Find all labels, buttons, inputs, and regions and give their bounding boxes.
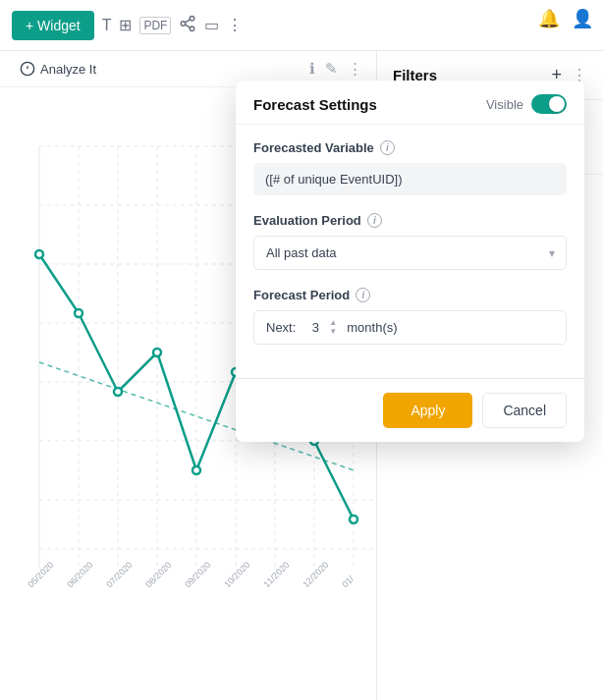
evaluation-period-label: Evaluation Period [253, 213, 361, 228]
modal-body: Forecasted Variable i ([# of unique Even… [236, 125, 584, 378]
evaluation-period-select-wrapper: All past data Last 6 months Last 1 year … [253, 236, 567, 270]
evaluation-period-section: Evaluation Period i All past data Last 6… [253, 213, 567, 270]
user-icon[interactable]: 👤 [572, 8, 593, 29]
forecasted-variable-info-icon[interactable]: i [380, 140, 395, 155]
svg-text:12/2020: 12/2020 [301, 560, 330, 589]
share-icon[interactable] [179, 15, 196, 36]
text-icon[interactable]: T [102, 17, 112, 34]
svg-point-30 [192, 466, 200, 474]
svg-text:07/2020: 07/2020 [104, 560, 134, 589]
svg-text:01/: 01/ [340, 573, 356, 589]
forecast-value: 3 [305, 320, 325, 335]
svg-point-28 [114, 388, 122, 396]
more-icon[interactable]: ⋮ [348, 60, 362, 78]
forecast-period-row: Next: 3 ▲ ▼ month(s) [253, 310, 567, 345]
svg-line-4 [186, 19, 191, 22]
svg-text:11/2020: 11/2020 [261, 560, 291, 589]
forecasted-variable-section: Forecasted Variable i ([# of unique Even… [253, 140, 567, 195]
chart-topbar-icons: ℹ ✎ ⋮ [309, 60, 362, 78]
evaluation-period-select[interactable]: All past data Last 6 months Last 1 year [253, 236, 567, 270]
svg-text:05/2020: 05/2020 [26, 560, 55, 589]
info-icon[interactable]: ℹ [309, 60, 315, 78]
forecast-period-info-icon[interactable]: i [356, 288, 370, 302]
edit-icon[interactable]: ✎ [325, 60, 338, 78]
visible-toggle[interactable] [531, 94, 567, 114]
bell-icon[interactable]: 🔔 [538, 8, 560, 29]
forecasted-variable-value: ([# of unique EventUID]) [253, 163, 567, 195]
analyze-button[interactable]: Analyze It [14, 59, 102, 79]
modal-header: Forecast Settings Visible [236, 81, 584, 125]
grid-icon[interactable]: ⊞ [119, 16, 132, 34]
stepper-arrows: ▲ ▼ [329, 319, 337, 336]
modal-visible-row: Visible [486, 94, 567, 114]
apply-button[interactable]: Apply [383, 393, 472, 428]
add-widget-button[interactable]: + Widget [12, 11, 94, 40]
svg-text:08/2020: 08/2020 [143, 560, 173, 589]
forecast-modal: Forecast Settings Visible Forecasted Var… [236, 81, 584, 442]
analyze-label: Analyze It [40, 62, 96, 77]
visible-label: Visible [486, 97, 523, 112]
stepper-down-arrow[interactable]: ▼ [329, 328, 337, 336]
forecast-period-label-row: Forecast Period i [253, 288, 567, 302]
screen-icon[interactable]: ▭ [204, 16, 219, 34]
svg-point-29 [153, 349, 161, 356]
forecasted-variable-label: Forecasted Variable [253, 140, 374, 155]
stepper-up-arrow[interactable]: ▲ [329, 319, 337, 327]
pdf-icon[interactable]: PDF [139, 17, 171, 34]
svg-point-26 [35, 250, 43, 258]
svg-text:06/2020: 06/2020 [65, 560, 94, 589]
toggle-knob [549, 96, 565, 112]
forecasted-variable-label-row: Forecasted Variable i [253, 140, 567, 155]
forecast-period-section: Forecast Period i Next: 3 ▲ ▼ month(s) [253, 288, 567, 345]
next-label: Next: [266, 320, 296, 335]
evaluation-period-label-row: Evaluation Period i [253, 213, 567, 228]
modal-footer: Apply Cancel [236, 378, 584, 442]
number-stepper: 3 ▲ ▼ [305, 319, 337, 336]
forecast-unit: month(s) [347, 320, 397, 335]
evaluation-period-info-icon[interactable]: i [367, 213, 382, 228]
more-menu-icon[interactable]: ⋮ [227, 16, 243, 34]
svg-point-34 [350, 515, 357, 523]
svg-point-27 [75, 309, 82, 317]
svg-line-3 [186, 25, 191, 27]
modal-title: Forecast Settings [253, 96, 486, 113]
cancel-button[interactable]: Cancel [482, 393, 567, 428]
toolbar: + Widget T ⊞ PDF ▭ ⋮ [0, 0, 603, 51]
svg-text:09/2020: 09/2020 [183, 560, 212, 589]
forecast-period-label: Forecast Period [253, 288, 350, 302]
svg-text:10/2020: 10/2020 [222, 560, 251, 589]
